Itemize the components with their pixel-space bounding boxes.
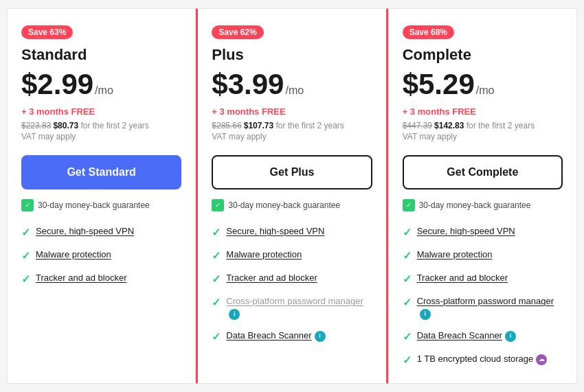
check-icon-complete-2: ✓ bbox=[403, 273, 412, 286]
plan-card-complete: Save 68% Complete $5.29 /mo + 3 months F… bbox=[388, 8, 577, 384]
save-badge-plus: Save 62% bbox=[212, 25, 263, 39]
cloud-icon-complete-5: ☁ bbox=[536, 354, 547, 365]
info-icon-plus-4[interactable]: i bbox=[315, 331, 326, 342]
check-icon-plus-1: ✓ bbox=[212, 249, 221, 262]
check-icon-standard-2: ✓ bbox=[21, 273, 30, 286]
feature-item-complete-2: ✓ Tracker and ad blocker bbox=[403, 272, 563, 286]
info-icon-plus-3[interactable]: i bbox=[229, 309, 240, 320]
shield-icon-plus: ✓ bbox=[212, 199, 224, 211]
features-list-standard: ✓ Secure, high-speed VPN ✓ Malware prote… bbox=[21, 225, 181, 286]
plan-name-complete: Complete bbox=[403, 46, 563, 64]
save-badge-standard: Save 63% bbox=[21, 25, 73, 39]
plan-name-plus: Plus bbox=[212, 46, 372, 64]
price-row-complete: $5.29 /mo bbox=[403, 68, 563, 101]
shield-icon-standard: ✓ bbox=[21, 199, 34, 211]
plan-card-standard: Save 63% Standard $2.99 /mo + 3 months F… bbox=[7, 8, 196, 384]
original-price-plus: $285.66 bbox=[212, 121, 241, 130]
features-list-complete: ✓ Secure, high-speed VPN ✓ Malware prote… bbox=[403, 225, 563, 367]
feature-text-plus-1[interactable]: Malware protection bbox=[226, 249, 302, 261]
check-icon-plus-4: ✓ bbox=[212, 330, 221, 343]
original-price-standard: $223.83 bbox=[21, 121, 51, 130]
price-row-standard: $2.99 /mo bbox=[21, 68, 181, 101]
check-icon-complete-1: ✓ bbox=[403, 249, 412, 262]
feature-text-complete-2[interactable]: Tracker and ad blocker bbox=[417, 272, 508, 284]
check-icon-standard-1: ✓ bbox=[21, 249, 30, 262]
check-icon-complete-3: ✓ bbox=[403, 296, 412, 309]
feature-text-plus-4[interactable]: Data Breach Scanneri bbox=[226, 330, 325, 342]
feature-text-plus-0[interactable]: Secure, high-speed VPN bbox=[226, 225, 324, 238]
discounted-price-complete: $142.83 bbox=[434, 121, 464, 130]
check-icon-complete-0: ✓ bbox=[403, 226, 412, 239]
feature-item-complete-3: ✓ Cross-platform password manageri bbox=[403, 295, 563, 320]
check-icon-complete-4: ✓ bbox=[403, 330, 412, 343]
feature-text-complete-4[interactable]: Data Breach Scanneri bbox=[417, 330, 516, 342]
price-main-complete: $5.29 bbox=[403, 68, 475, 101]
check-icon-plus-0: ✓ bbox=[212, 226, 221, 239]
price-period-standard: /mo bbox=[95, 84, 113, 97]
guarantee-text-complete: 30-day money-back guarantee bbox=[419, 200, 531, 210]
feature-text-plus-3[interactable]: Cross-platform password manageri bbox=[226, 295, 372, 320]
plan-card-plus: Save 62% Plus $3.99 /mo + 3 months FREE … bbox=[196, 8, 388, 384]
price-main-plus: $3.99 bbox=[212, 68, 284, 101]
price-row-plus: $3.99 /mo bbox=[212, 68, 372, 101]
total-price-standard: $223.83$80.73 for the first 2 years bbox=[21, 121, 181, 130]
vat-note-standard: VAT may apply bbox=[21, 132, 181, 141]
feature-text-standard-1[interactable]: Malware protection bbox=[36, 249, 111, 261]
check-icon-complete-5: ✓ bbox=[403, 354, 412, 367]
discounted-price-standard: $80.73 bbox=[53, 121, 78, 130]
feature-item-complete-0: ✓ Secure, high-speed VPN bbox=[403, 225, 563, 239]
pricing-container: Save 63% Standard $2.99 /mo + 3 months F… bbox=[7, 8, 577, 384]
feature-text-complete-5[interactable]: 1 TB encrypted cloud storage☁ bbox=[417, 353, 548, 365]
feature-item-plus-2: ✓ Tracker and ad blocker bbox=[212, 272, 372, 286]
feature-item-complete-1: ✓ Malware protection bbox=[403, 249, 563, 262]
feature-item-standard-2: ✓ Tracker and ad blocker bbox=[21, 272, 181, 286]
feature-text-complete-0[interactable]: Secure, high-speed VPN bbox=[417, 225, 515, 238]
guarantee-text-plus: 30-day money-back guarantee bbox=[228, 200, 340, 210]
info-icon-complete-4[interactable]: i bbox=[505, 331, 516, 342]
plan-name-standard: Standard bbox=[21, 46, 181, 64]
check-icon-plus-3: ✓ bbox=[212, 296, 221, 309]
feature-item-plus-1: ✓ Malware protection bbox=[212, 249, 372, 262]
free-months-standard: + 3 months FREE bbox=[21, 106, 181, 117]
feature-text-complete-1[interactable]: Malware protection bbox=[417, 249, 493, 261]
discounted-price-plus: $107.73 bbox=[244, 121, 273, 130]
feature-item-plus-4: ✓ Data Breach Scanneri bbox=[212, 330, 372, 343]
price-main-standard: $2.99 bbox=[21, 68, 93, 101]
feature-item-plus-0: ✓ Secure, high-speed VPN bbox=[212, 225, 372, 239]
feature-text-plus-2[interactable]: Tracker and ad blocker bbox=[226, 272, 317, 284]
guarantee-row-standard: ✓ 30-day money-back guarantee bbox=[21, 199, 181, 211]
price-period-plus: /mo bbox=[285, 84, 304, 97]
guarantee-row-complete: ✓ 30-day money-back guarantee bbox=[403, 199, 563, 211]
free-months-complete: + 3 months FREE bbox=[403, 106, 563, 117]
features-list-plus: ✓ Secure, high-speed VPN ✓ Malware prote… bbox=[212, 225, 372, 343]
check-icon-standard-0: ✓ bbox=[21, 226, 30, 239]
shield-icon-complete: ✓ bbox=[403, 199, 415, 211]
feature-item-complete-4: ✓ Data Breach Scanneri bbox=[403, 330, 563, 343]
price-period-complete: /mo bbox=[476, 84, 495, 97]
check-icon-plus-2: ✓ bbox=[212, 273, 221, 286]
feature-text-standard-2[interactable]: Tracker and ad blocker bbox=[36, 272, 126, 284]
guarantee-row-plus: ✓ 30-day money-back guarantee bbox=[212, 199, 372, 211]
feature-item-complete-5: ✓ 1 TB encrypted cloud storage☁ bbox=[403, 353, 563, 367]
cta-button-plus[interactable]: Get Plus bbox=[212, 155, 372, 189]
feature-item-standard-1: ✓ Malware protection bbox=[21, 249, 181, 262]
total-price-plus: $285.66$107.73 for the first 2 years bbox=[212, 121, 372, 130]
feature-item-standard-0: ✓ Secure, high-speed VPN bbox=[21, 225, 181, 239]
vat-note-complete: VAT may apply bbox=[403, 132, 563, 141]
feature-text-standard-0[interactable]: Secure, high-speed VPN bbox=[36, 225, 134, 238]
feature-text-complete-3[interactable]: Cross-platform password manageri bbox=[417, 295, 563, 320]
save-badge-complete: Save 68% bbox=[403, 25, 454, 39]
cta-button-complete[interactable]: Get Complete bbox=[403, 155, 563, 189]
cta-button-standard[interactable]: Get Standard bbox=[21, 155, 181, 189]
free-months-plus: + 3 months FREE bbox=[212, 106, 372, 117]
total-price-complete: $447.39$142.83 for the first 2 years bbox=[403, 121, 563, 130]
guarantee-text-standard: 30-day money-back guarantee bbox=[38, 200, 150, 210]
original-price-complete: $447.39 bbox=[403, 121, 432, 130]
info-icon-complete-3[interactable]: i bbox=[420, 309, 431, 320]
feature-item-plus-3: ✓ Cross-platform password manageri bbox=[212, 295, 372, 320]
vat-note-plus: VAT may apply bbox=[212, 132, 372, 141]
